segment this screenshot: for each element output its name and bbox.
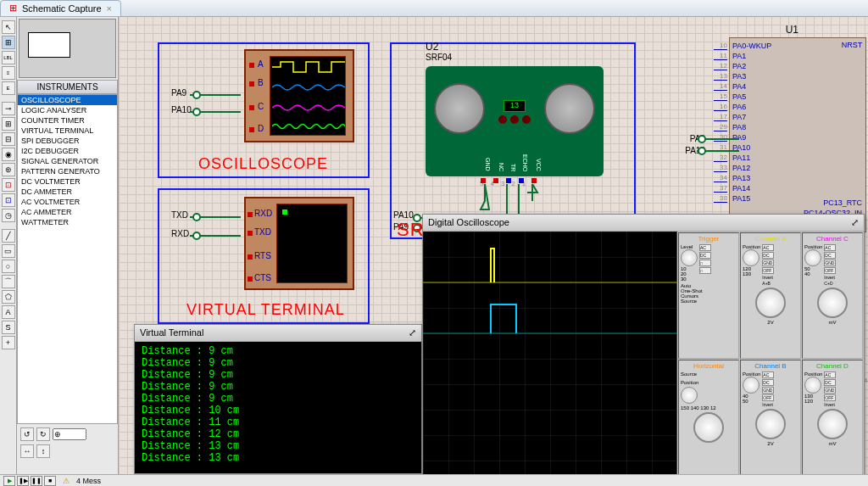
vt-line: Distance : 9 cm xyxy=(142,345,415,357)
plus-tool[interactable]: + xyxy=(2,336,15,349)
graph-tool[interactable]: ⊞ xyxy=(2,117,15,131)
chb-off-button[interactable]: OFF xyxy=(762,394,774,401)
rect-tool[interactable]: ▭ xyxy=(2,244,15,258)
lbl-tool[interactable]: LBL xyxy=(2,51,15,64)
virtual-terminal-window[interactable]: Virtual Terminal ⤢ Distance : 9 cmDistan… xyxy=(134,324,422,474)
expand-icon[interactable]: ⤢ xyxy=(409,327,416,338)
probe-tool[interactable]: ◉ xyxy=(2,148,15,161)
u1-pin-row: 10PA0-WKUP xyxy=(714,41,771,51)
oscilloscope-component[interactable]: PA9 PA10 A B C D xyxy=(158,42,370,178)
net-label-pa9: PA9 xyxy=(171,88,186,98)
chd-gnd-button[interactable]: GND xyxy=(824,387,836,394)
meter-tool[interactable]: ◷ xyxy=(2,209,15,222)
instrument-item[interactable]: PATTERN GENERATO xyxy=(18,166,117,176)
poly-tool[interactable]: ⬠ xyxy=(2,290,15,304)
trig-edge2-button[interactable]: ⎍ xyxy=(699,267,711,274)
tape-tool[interactable]: ⊟ xyxy=(2,132,15,146)
pin-cts: CTS xyxy=(254,273,271,282)
cha-scale-knob[interactable] xyxy=(755,288,786,318)
instrument-item[interactable]: DC VOLTMETER xyxy=(18,176,117,187)
expand-icon[interactable]: ⤢ xyxy=(851,217,859,228)
digital-oscilloscope-window[interactable]: Digital Oscilloscope ⤢ Trigger Level xyxy=(422,214,865,486)
text-tool[interactable]: A xyxy=(2,305,15,319)
chc-ac-button[interactable]: AC xyxy=(824,244,836,251)
chb-ac-button[interactable]: AC xyxy=(762,371,774,378)
chc-dc-button[interactable]: DC xyxy=(824,252,836,259)
terminal-tool[interactable]: ≡ xyxy=(2,66,15,80)
horiz-pos-knob[interactable] xyxy=(681,387,698,404)
cha-dc-button[interactable]: DC xyxy=(762,252,774,259)
instrument-item[interactable]: SIGNAL GENERATOR xyxy=(18,156,117,166)
pin-tool[interactable]: ⊸ xyxy=(2,102,15,115)
status-messages[interactable]: 4 Mess xyxy=(76,477,101,485)
srf04-body: 13 GND NC TR ECHO VCC xyxy=(426,66,604,176)
flip-v-icon[interactable]: ↕ xyxy=(36,444,50,458)
chb-scale-knob[interactable] xyxy=(755,409,786,439)
chd-scale-knob[interactable] xyxy=(817,409,848,439)
instruments-list[interactable]: OSCILLOSCOPELOGIC ANALYSERCOUNTER TIMERV… xyxy=(17,94,118,424)
chd-pos-knob[interactable] xyxy=(804,377,821,394)
svg-point-13 xyxy=(698,148,705,154)
select-tool[interactable]: ↖ xyxy=(2,20,15,34)
trig-dc-button[interactable]: DC xyxy=(699,252,711,259)
cha-ac-button[interactable]: AC xyxy=(762,244,774,251)
pin-a: A xyxy=(258,59,264,69)
chb-gnd-button[interactable]: GND xyxy=(762,387,774,394)
cha-pos-knob[interactable] xyxy=(743,249,760,266)
arc-tool[interactable]: ⌒ xyxy=(2,275,15,288)
instrument-item[interactable]: LOGIC ANALYSER xyxy=(18,105,117,115)
chd-off-button[interactable]: OFF xyxy=(824,394,836,401)
instrument-item[interactable]: SPI DEBUGGER xyxy=(18,136,117,146)
script-tool[interactable]: E xyxy=(2,81,15,95)
rotation-field[interactable] xyxy=(53,428,86,440)
overview-thumbnail[interactable] xyxy=(19,19,116,78)
chb-dc-button[interactable]: DC xyxy=(762,379,774,386)
instrument-item[interactable]: WATTMETER xyxy=(18,217,117,227)
instrument-item[interactable]: OSCILLOSCOPE xyxy=(18,95,117,105)
rotate-ccw-icon[interactable]: ↺ xyxy=(20,427,34,441)
trig-ac-button[interactable]: AC xyxy=(699,244,711,251)
tab-schematic-capture[interactable]: ⊞ Schematic Capture × xyxy=(0,0,121,17)
chc-gnd-button[interactable]: GND xyxy=(824,260,836,266)
chd-dc-button[interactable]: DC xyxy=(824,379,836,386)
u1-pin-row: 14PA4 xyxy=(714,81,746,92)
chc-pos-knob[interactable] xyxy=(804,249,821,266)
chc-off-button[interactable]: OFF xyxy=(824,267,836,274)
pause-button[interactable]: ❚❚ xyxy=(31,476,42,486)
play-button[interactable]: ▶ xyxy=(3,476,15,486)
close-icon[interactable]: × xyxy=(107,3,112,14)
u1-pin-row: 34PA13 xyxy=(714,173,750,183)
flip-h-icon[interactable]: ↔ xyxy=(20,444,34,458)
chd-ac-button[interactable]: AC xyxy=(824,371,836,378)
rotate-panel: ↺ ↻ ↔ ↕ xyxy=(17,424,118,475)
cha-gnd-button[interactable]: GND xyxy=(762,260,774,266)
instrument-item[interactable]: AC AMMETER xyxy=(18,207,117,217)
component-tool[interactable]: ⊞ xyxy=(2,36,15,49)
instrument-item[interactable]: COUNTER TIMER xyxy=(18,115,117,126)
level-knob[interactable] xyxy=(681,249,698,266)
cha-off-button[interactable]: OFF xyxy=(762,267,774,274)
trig-edge-button[interactable]: ⎍ xyxy=(699,260,711,266)
step-button[interactable]: ❚▶ xyxy=(17,476,29,486)
u1-pin-row: 17PA7 xyxy=(714,112,746,122)
v-probe-tool[interactable]: ⊡ xyxy=(2,178,15,192)
circle-tool[interactable]: ○ xyxy=(2,260,15,273)
instrument-item[interactable]: DC AMMETER xyxy=(18,187,117,197)
virtual-terminal-component[interactable]: TXD RXD RXD TXD RTS CTS VIRTUAL TERMINAL xyxy=(158,188,370,324)
oscilloscope-screen[interactable] xyxy=(423,232,677,486)
horiz-scale-knob[interactable] xyxy=(693,412,724,443)
line-tool[interactable]: ╱ xyxy=(2,229,15,243)
srf04-component[interactable]: U2 SRF04 13 GND NC TR ECHO VCC 5 4 3 2 1 xyxy=(390,42,636,239)
chc-scale-knob[interactable] xyxy=(817,288,848,318)
rotate-cw-icon[interactable]: ↻ xyxy=(36,427,50,441)
i-probe-tool[interactable]: ⊡ xyxy=(2,193,15,207)
generator-tool[interactable]: ⊛ xyxy=(2,163,15,176)
vt-line: Distance : 9 cm xyxy=(142,357,415,369)
instrument-item[interactable]: I2C DEBUGGER xyxy=(18,146,117,156)
u1-pin-row: 13PA3 xyxy=(714,71,746,81)
stop-button[interactable]: ■ xyxy=(44,476,56,486)
instrument-item[interactable]: VIRTUAL TERMINAL xyxy=(18,126,117,136)
chb-pos-knob[interactable] xyxy=(743,377,760,394)
instrument-item[interactable]: AC VOLTMETER xyxy=(18,197,117,207)
symbol-tool[interactable]: S xyxy=(2,321,15,334)
